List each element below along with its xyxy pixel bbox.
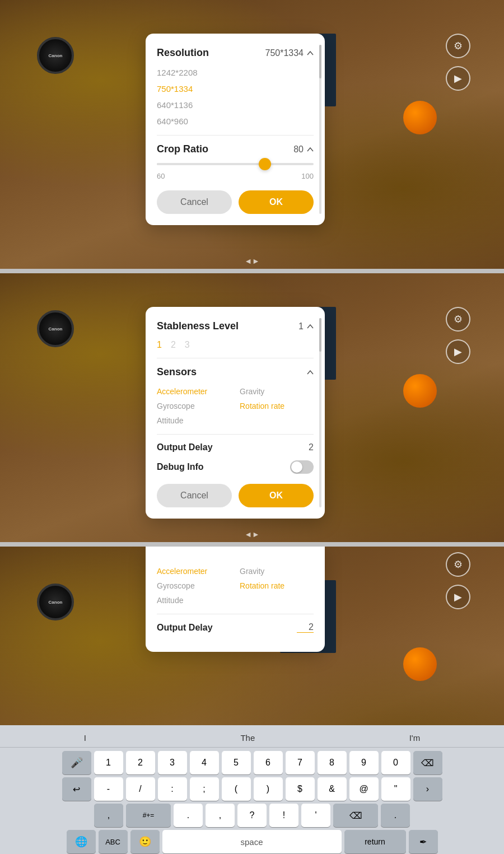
key-return[interactable]: return <box>344 830 406 853</box>
arrow-indicator-2: ◄► <box>244 530 260 539</box>
sensor-gravity[interactable]: Gravity <box>240 386 314 397</box>
keyboard: I The I'm 🎤 1 2 3 4 5 6 7 8 9 0 ⌫ ↩ - / … <box>0 725 504 854</box>
chevron-up-icon-2 <box>307 147 314 152</box>
output-delay-input[interactable] <box>297 622 314 633</box>
key-symbols[interactable]: #+= <box>126 804 171 827</box>
keyboard-row-bottom: 🌐 ABC 🙂 space return ✒ <box>0 830 504 853</box>
orange-ball-2 <box>403 374 437 408</box>
sensor-gyroscope[interactable]: Gyroscope <box>157 400 231 412</box>
resolution-option-640-1136[interactable]: 640*1136 <box>157 99 314 111</box>
key-globe[interactable]: 🌐 <box>67 830 96 853</box>
video-icon[interactable]: ▶ <box>446 66 470 91</box>
arrow-indicator-1: ◄► <box>244 256 260 265</box>
gear-icon-3[interactable]: ⚙ <box>446 552 470 577</box>
sensors-grid-3: Accelerometer Gravity Gyroscope Rotation… <box>157 566 314 606</box>
keyboard-row-sym1: ↩ - / : ; ( ) $ & @ " › <box>0 777 504 801</box>
output-delay-row-3: Output Delay <box>157 622 314 633</box>
video-icon-2[interactable]: ▶ <box>446 339 470 364</box>
sensor-accelerometer-3[interactable]: Accelerometer <box>157 566 231 577</box>
section-divider-2 <box>0 542 504 547</box>
resolution-option-750[interactable]: 750*1334 <box>157 83 314 95</box>
key-question[interactable]: ? <box>237 804 267 827</box>
key-1[interactable]: 1 <box>94 751 123 774</box>
sensor-rotation-rate-3[interactable]: Rotation rate <box>240 580 314 591</box>
crop-slider[interactable]: 60 100 <box>157 163 314 180</box>
key-apostrophe[interactable]: ' <box>301 804 330 827</box>
suggestion-im[interactable]: I'm <box>409 733 421 743</box>
key-dash[interactable]: - <box>94 777 123 801</box>
key-9[interactable]: 9 <box>349 751 379 774</box>
cancel-button-2[interactable]: Cancel <box>157 484 232 507</box>
key-6[interactable]: 6 <box>254 751 283 774</box>
key-5[interactable]: 5 <box>222 751 251 774</box>
key-undo[interactable]: ↩ <box>62 777 91 801</box>
stableness-dialog: Stableness Level 1 1 2 3 Sensors Acceler… <box>146 307 325 519</box>
key-colon[interactable]: : <box>158 777 187 801</box>
key-delete[interactable]: ⌫ <box>333 804 378 827</box>
stableness-opt-2[interactable]: 2 <box>171 340 176 350</box>
debug-info-row: Debug Info <box>157 460 314 474</box>
cancel-button-1[interactable]: Cancel <box>157 190 232 214</box>
key-period-dark[interactable]: . <box>381 804 410 827</box>
key-comma-dark[interactable]: , <box>94 804 123 827</box>
key-3[interactable]: 3 <box>158 751 187 774</box>
key-2[interactable]: 2 <box>126 751 155 774</box>
sensor-gravity-3[interactable]: Gravity <box>240 566 314 577</box>
gear-icon-2[interactable]: ⚙ <box>446 307 470 332</box>
stableness-label: Stableness Level <box>157 320 239 332</box>
slider-thumb[interactable] <box>259 158 271 170</box>
key-0[interactable]: 0 <box>381 751 410 774</box>
key-ampersand[interactable]: & <box>318 777 347 801</box>
key-abc[interactable]: ABC <box>99 830 128 853</box>
resolution-option-640-960[interactable]: 640*960 <box>157 115 314 127</box>
resolution-option-1242[interactable]: 1242*2208 <box>157 67 314 78</box>
key-dictation[interactable]: ✒ <box>409 830 438 853</box>
key-slash[interactable]: / <box>126 777 155 801</box>
key-rparen[interactable]: ) <box>254 777 283 801</box>
stableness-opt-1[interactable]: 1 <box>157 340 162 350</box>
key-8[interactable]: 8 <box>318 751 347 774</box>
sensor-rotation-rate[interactable]: Rotation rate <box>240 400 314 412</box>
panel-2: Canon FIELDNOTES ⚙ ▶ Stableness Level 1 <box>0 273 504 542</box>
sensor-gyroscope-3[interactable]: Gyroscope <box>157 580 231 591</box>
scrollbar-thumb-2 <box>319 318 321 352</box>
sensor-accelerometer[interactable]: Accelerometer <box>157 386 231 397</box>
resolution-dialog: Resolution 750*1334 1242*2208 750*1334 6… <box>146 34 325 225</box>
scrollbar-track-2[interactable] <box>319 318 321 507</box>
gear-icon[interactable]: ⚙ <box>446 34 470 58</box>
key-exclaim[interactable]: ! <box>269 804 298 827</box>
key-4[interactable]: 4 <box>190 751 219 774</box>
key-emoji[interactable]: 🙂 <box>130 830 160 853</box>
suggestion-the[interactable]: The <box>240 733 255 743</box>
key-mic[interactable]: 🎤 <box>62 751 91 774</box>
key-dollar[interactable]: $ <box>286 777 315 801</box>
key-space[interactable]: space <box>162 830 342 853</box>
key-7[interactable]: 7 <box>286 751 315 774</box>
slider-track[interactable] <box>157 163 314 165</box>
scrollbar-track[interactable] <box>319 45 321 214</box>
sensor-attitude[interactable]: Attitude <box>157 415 231 426</box>
partial-dialog: Accelerometer Gravity Gyroscope Rotation… <box>146 547 325 652</box>
key-right-arrow[interactable]: › <box>413 777 442 801</box>
resolution-value-row: 750*1334 <box>265 48 314 58</box>
key-backspace[interactable]: ⌫ <box>413 751 442 774</box>
key-quote[interactable]: " <box>381 777 410 801</box>
ok-button-2[interactable]: OK <box>239 484 314 507</box>
key-period[interactable]: . <box>174 804 203 827</box>
key-at[interactable]: @ <box>349 777 379 801</box>
key-lparen[interactable]: ( <box>222 777 251 801</box>
key-comma[interactable]: , <box>206 804 235 827</box>
stableness-opt-3[interactable]: 3 <box>185 340 190 350</box>
output-delay-value: 2 <box>309 442 314 452</box>
video-icon-3[interactable]: ▶ <box>446 585 470 609</box>
key-semicolon[interactable]: ; <box>190 777 219 801</box>
divider-2 <box>157 358 314 358</box>
debug-toggle[interactable] <box>290 460 314 474</box>
ok-button-1[interactable]: OK <box>239 190 314 214</box>
slider-fill <box>157 163 263 165</box>
sensors-grid: Accelerometer Gravity Gyroscope Rotation… <box>157 386 314 426</box>
sensor-attitude-3[interactable]: Attitude <box>157 595 231 606</box>
suggestion-i[interactable]: I <box>84 733 86 743</box>
sensors-label: Sensors <box>157 366 197 378</box>
output-delay-label-3: Output Delay <box>157 623 213 633</box>
